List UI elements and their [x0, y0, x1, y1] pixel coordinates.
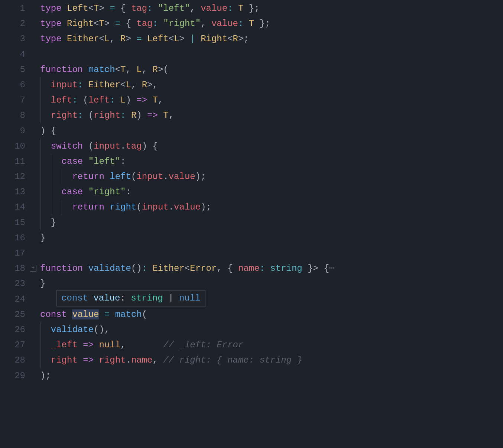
- line-number: 9: [0, 123, 28, 139]
- code-line[interactable]: 9 ) {: [0, 123, 503, 139]
- code-line[interactable]: 25 const value = match(: [0, 307, 503, 322]
- code-line[interactable]: 12 return left(input.value);: [0, 169, 503, 184]
- line-number: 25: [0, 307, 28, 322]
- code-line[interactable]: 2 type Right<T> = { tag: "right", value:…: [0, 16, 503, 31]
- hovered-identifier[interactable]: value: [72, 309, 99, 319]
- line-number: 29: [0, 368, 28, 383]
- code-line[interactable]: 3 type Either<L, R> = Left<L> | Right<R>…: [0, 31, 503, 46]
- line-number: 12: [0, 169, 28, 184]
- line-number: 23: [0, 276, 28, 291]
- line-number: 16: [0, 230, 28, 246]
- line-number: 6: [0, 77, 28, 92]
- code-line[interactable]: 29 );: [0, 368, 503, 383]
- code-line[interactable]: 10 switch (input.tag) {: [0, 139, 503, 154]
- code-line[interactable]: 5 function match<T, L, R>(: [0, 62, 503, 77]
- line-number: 24: [0, 292, 28, 307]
- code-line[interactable]: 1 type Left<T> = { tag: "left", value: T…: [0, 1, 503, 16]
- line-number: 15: [0, 215, 28, 230]
- code-line[interactable]: 23 }: [0, 276, 503, 291]
- code-line[interactable]: 24 const value: string | null: [0, 292, 503, 307]
- line-number: 13: [0, 184, 28, 199]
- line-number: 10: [0, 139, 28, 154]
- line-number: 26: [0, 322, 28, 337]
- code-line[interactable]: 13 case "right":: [0, 184, 503, 199]
- code-line[interactable]: 15 }: [0, 215, 503, 230]
- code-line[interactable]: 26 validate(),: [0, 322, 503, 337]
- line-number: 11: [0, 154, 28, 169]
- line-number: 5: [0, 62, 28, 77]
- line-number: 3: [0, 31, 28, 46]
- code-line[interactable]: 17: [0, 246, 503, 261]
- code-line[interactable]: 28 right => right.name, // right: { name…: [0, 353, 503, 368]
- code-line[interactable]: 6 input: Either<L, R>,: [0, 77, 503, 92]
- line-number: 4: [0, 47, 28, 62]
- line-number: 2: [0, 16, 28, 31]
- line-number: 1: [0, 1, 28, 16]
- code-line[interactable]: 16 }: [0, 230, 503, 246]
- code-line[interactable]: 8 right: (right: R) => T,: [0, 108, 503, 123]
- line-number: 18: [0, 261, 28, 276]
- code-editor[interactable]: 1 type Left<T> = { tag: "left", value: T…: [0, 1, 503, 383]
- line-number: 8: [0, 108, 28, 123]
- code-line[interactable]: 18 + function validate(): Either<Error, …: [0, 261, 503, 276]
- code-line[interactable]: 4: [0, 47, 503, 62]
- line-number: 27: [0, 337, 28, 353]
- line-number: 7: [0, 92, 28, 108]
- line-number: 14: [0, 199, 28, 215]
- code-line[interactable]: 7 left: (left: L) => T,: [0, 92, 503, 108]
- fold-ellipsis-icon[interactable]: ⋯: [329, 263, 334, 273]
- line-number: 28: [0, 353, 28, 368]
- code-line[interactable]: 14 return right(input.value);: [0, 199, 503, 215]
- code-line[interactable]: 11 case "left":: [0, 154, 503, 169]
- line-number: 17: [0, 246, 28, 261]
- hover-type-tooltip: const value: string | null: [56, 290, 205, 306]
- code-line[interactable]: 27 _left => null, // _left: Error: [0, 337, 503, 353]
